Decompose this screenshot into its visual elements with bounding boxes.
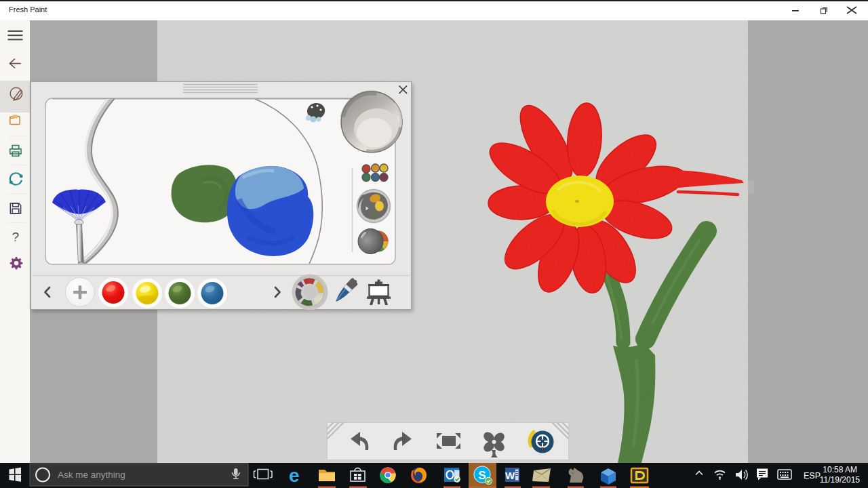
svg-text:?: ?	[12, 230, 20, 244]
svg-text:W: W	[505, 470, 515, 481]
svg-text:ESP: ESP	[804, 471, 821, 481]
svg-text:e: e	[289, 465, 300, 486]
svg-text:Ask me anything: Ask me anything	[58, 470, 125, 480]
svg-text:S: S	[478, 469, 486, 482]
svg-text:10:58 AM: 10:58 AM	[823, 465, 857, 474]
svg-text:11/19/2015: 11/19/2015	[820, 475, 860, 485]
